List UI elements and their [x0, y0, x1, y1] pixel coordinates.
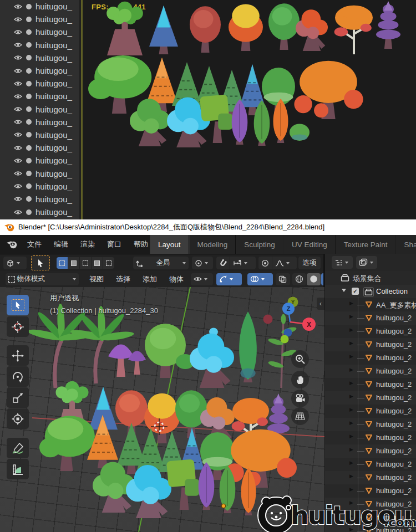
falloff-dropdown[interactable] [272, 257, 297, 269]
expand-arrow-icon[interactable]: ▶ [349, 380, 353, 386]
viewport-menu-item[interactable]: 视图 [83, 274, 110, 284]
collection-checkbox[interactable]: ✓ [352, 288, 359, 295]
disable-dot-icon[interactable] [26, 17, 32, 22]
expand-arrow-icon[interactable]: ▶ [349, 420, 353, 426]
mode-dropdown[interactable]: 物体模式 [6, 273, 79, 285]
outliner-item-row[interactable]: ▶huitugou_2 [325, 431, 416, 444]
workspace-tab-uv-editing[interactable]: UV Editing [283, 235, 336, 254]
outliner-item-row[interactable]: ▶huitugou_2 [325, 405, 416, 418]
disable-dot-icon[interactable] [26, 196, 32, 202]
select-mode-subtract[interactable] [80, 257, 91, 269]
outliner-editor-type-button[interactable] [332, 256, 353, 269]
expand-arrow-icon[interactable]: ▶ [349, 473, 353, 479]
top-outliner-row[interactable]: huitugou_ [0, 167, 79, 180]
xray-toggle-button[interactable] [276, 273, 290, 285]
top-outliner-row[interactable]: huitugou_ [0, 39, 79, 52]
outliner-panel[interactable]: 场景集合 ✓ Collection ▶AA_更多素材▶huitugou_2▶hu… [325, 271, 416, 532]
disable-dot-icon[interactable] [26, 106, 32, 112]
tool-transform[interactable] [7, 408, 29, 429]
top-outliner-row[interactable]: huitugou_ [0, 64, 79, 77]
outliner-item-row[interactable]: ▶huitugou_2 [325, 365, 416, 378]
expand-arrow-icon[interactable]: ▶ [349, 393, 353, 399]
overlays-toggle-dropdown[interactable] [247, 273, 273, 285]
top-outliner-row[interactable]: huitugou_ [0, 141, 79, 154]
top-3d-viewport[interactable]: FPS:361.441 [83, 0, 416, 219]
hide-eye-icon[interactable] [14, 17, 22, 22]
expand-arrow-icon[interactable]: ▶ [349, 340, 353, 346]
active-tool-button[interactable] [31, 255, 50, 270]
outliner-item-row[interactable]: ▶huitugou_2 [325, 498, 416, 511]
gizmo-neg-x-ball[interactable] [263, 315, 273, 324]
zoom-button[interactable] [291, 350, 309, 368]
blender-menu-logo-icon[interactable] [7, 239, 17, 249]
top-outliner-row[interactable]: huitugou_ [0, 77, 79, 90]
tool-move[interactable] [7, 345, 29, 366]
hide-eye-icon[interactable] [14, 29, 22, 35]
disable-dot-icon[interactable] [26, 119, 32, 125]
editor-type-button[interactable] [3, 257, 27, 269]
hide-eye-icon[interactable] [14, 106, 22, 112]
proportional-edit-button[interactable] [258, 257, 272, 269]
expand-arrow-icon[interactable]: ▶ [349, 327, 353, 332]
expand-arrow-icon[interactable]: ▶ [349, 300, 353, 306]
expand-arrow-icon[interactable]: ▶ [349, 407, 353, 412]
expand-caret-icon[interactable] [342, 289, 346, 292]
outliner-item-row[interactable]: ▶AA_更多素材 [325, 298, 416, 311]
outliner-item-row[interactable]: ▶huitugou_2 [325, 378, 416, 391]
expand-arrow-icon[interactable]: ▶ [349, 513, 353, 519]
hide-eye-icon[interactable] [14, 68, 22, 74]
expand-arrow-icon[interactable]: ▶ [349, 487, 353, 492]
hide-eye-icon[interactable] [14, 183, 22, 189]
tool-cursor[interactable] [7, 316, 29, 337]
top-outliner-row[interactable]: huitugou_ [0, 25, 79, 38]
viewport-menu-item[interactable]: 物体 [163, 274, 190, 284]
tool-scale[interactable] [7, 387, 29, 408]
transform-orientation-dropdown[interactable]: 全局 [133, 257, 189, 269]
viewport-menu-item[interactable]: 选择 [110, 274, 136, 284]
select-mode-new[interactable] [57, 257, 68, 269]
hide-eye-icon[interactable] [14, 196, 22, 202]
menu-item[interactable]: 文件 [21, 239, 48, 249]
expand-arrow-icon[interactable]: ▶ [349, 314, 353, 319]
window-titlebar[interactable]: Blender* [C:\Users\Administrator\Desktop… [0, 219, 416, 235]
outliner-item-row[interactable]: ▶huitugou_2 [325, 484, 416, 498]
outliner-item-row[interactable]: ▶huitugou_2 [325, 325, 416, 338]
hide-eye-icon[interactable] [14, 132, 22, 137]
expand-arrow-icon[interactable]: ▶ [349, 460, 353, 466]
hide-eye-icon[interactable] [14, 119, 22, 125]
viewport-3d[interactable]: 用户透视 (1) Collection | huitugou_2284_30 [0, 287, 324, 532]
outliner-filter-button[interactable] [356, 256, 377, 269]
camera-view-button[interactable] [291, 390, 309, 407]
hide-eye-icon[interactable] [14, 158, 22, 163]
pivot-point-dropdown[interactable] [192, 257, 213, 269]
hide-eye-icon[interactable] [14, 209, 22, 215]
outliner-item-row[interactable]: ▶huitugou_2 [325, 471, 416, 484]
tool-rotate[interactable] [7, 366, 29, 387]
viewport-menu-item[interactable]: 添加 [136, 274, 163, 284]
top-outliner-row[interactable]: huitugou_ [0, 52, 79, 64]
hide-eye-icon[interactable] [14, 4, 22, 9]
outliner-item-row[interactable]: ▶huitugou_2 [325, 391, 416, 405]
top-outliner-row[interactable]: huitugou_ [0, 129, 79, 141]
hide-eye-icon[interactable] [14, 94, 22, 99]
workspace-tab-shading[interactable]: Shading [395, 235, 416, 254]
menu-item[interactable]: 编辑 [48, 239, 74, 249]
menu-item[interactable]: 渲染 [74, 239, 101, 249]
expand-arrow-icon[interactable]: ▶ [349, 447, 353, 452]
gizmos-toggle-dropdown[interactable] [216, 273, 242, 285]
select-mode-extend[interactable] [68, 257, 79, 269]
outliner-item-row[interactable]: ▶huitugou_2 [325, 351, 416, 365]
top-outliner-row[interactable]: huitugou_ [0, 154, 79, 167]
disable-dot-icon[interactable] [26, 42, 32, 48]
top-outliner-panel[interactable]: huitugou_huitugou_huitugou_huitugou_huit… [0, 0, 79, 219]
select-mode-invert[interactable] [92, 257, 103, 269]
top-outliner-row[interactable]: huitugou_ [0, 180, 79, 193]
collection-row[interactable]: ✓ Collection [325, 285, 416, 298]
workspace-tab-layout[interactable]: Layout [150, 235, 189, 254]
shading-solid-button[interactable] [307, 273, 321, 285]
top-outliner-row[interactable]: huitugou_ [0, 193, 79, 206]
hide-eye-icon[interactable] [14, 171, 22, 176]
disable-dot-icon[interactable] [26, 94, 32, 99]
top-outliner-row[interactable]: huitugou_ [0, 103, 79, 116]
outliner-item-row[interactable]: ▶huitugou_2 [325, 338, 416, 351]
